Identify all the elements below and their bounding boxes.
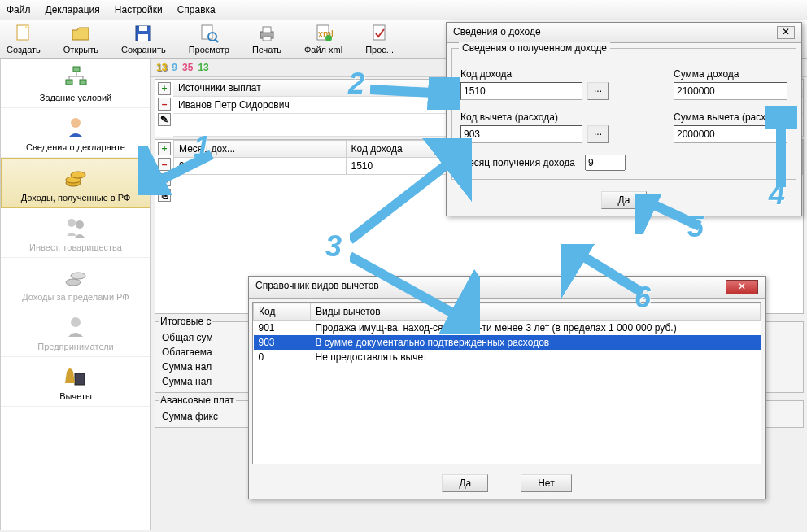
sidebar-item-invest[interactable]: Инвест. товарищества bbox=[1, 208, 150, 258]
ok-button[interactable]: Да bbox=[442, 474, 488, 492]
svg-point-25 bbox=[68, 219, 76, 227]
person-icon bbox=[63, 115, 88, 139]
check-label: Прос... bbox=[365, 45, 394, 55]
xml-button[interactable]: xml Файл xml bbox=[304, 24, 342, 55]
totals-legend: Итоговые с bbox=[159, 316, 212, 327]
save-button[interactable]: Сохранить bbox=[121, 24, 166, 55]
ded-code-label: Код вычета (расхода) bbox=[460, 111, 641, 123]
svg-point-12 bbox=[325, 35, 332, 41]
open-label: Открыть bbox=[63, 45, 98, 55]
preview-button[interactable]: Просмотр bbox=[189, 24, 229, 55]
new-file-icon bbox=[14, 24, 33, 43]
rate-9[interactable]: 9 bbox=[172, 62, 177, 73]
svg-rect-15 bbox=[66, 80, 72, 85]
svg-line-31 bbox=[146, 155, 212, 187]
deduction-code-input[interactable] bbox=[460, 125, 582, 143]
browse-deduction-button[interactable]: ... bbox=[587, 125, 609, 143]
sidebar-item-conditions[interactable]: Задание условий bbox=[1, 59, 150, 108]
deduction-ref-dialog: Справочник видов вычетов ✕ Код Виды выче… bbox=[248, 276, 766, 499]
list-item[interactable]: 903 В сумме документально подтвержденных… bbox=[254, 335, 761, 350]
ded-name-cell: В сумме документально подтвержденных рас… bbox=[311, 335, 761, 350]
svg-rect-3 bbox=[138, 34, 148, 41]
income-dialog-title: Сведения о доходе ✕ bbox=[447, 23, 801, 43]
svg-rect-8 bbox=[263, 27, 271, 33]
svg-point-29 bbox=[71, 317, 81, 327]
sidebar-ded-label: Вычеты bbox=[59, 391, 92, 401]
folder-open-icon bbox=[71, 24, 90, 43]
income-sum-input[interactable] bbox=[674, 82, 787, 100]
sidebar-cond-label: Задание условий bbox=[40, 93, 111, 102]
svg-point-28 bbox=[71, 273, 85, 279]
arrow-icon bbox=[561, 244, 651, 301]
xml-file-icon: xml bbox=[314, 24, 334, 43]
svg-line-34 bbox=[350, 256, 468, 321]
code-label: Код дохода bbox=[460, 68, 641, 80]
cancel-button[interactable]: Нет bbox=[521, 474, 571, 492]
coins-grey-icon bbox=[63, 264, 88, 289]
menubar: Файл Декларация Настройки Справка bbox=[0, 0, 807, 20]
business-icon bbox=[63, 314, 88, 338]
deduction-dialog-title: Справочник видов вычетов ✕ bbox=[249, 277, 765, 299]
annotation-2: 2 bbox=[348, 67, 364, 101]
sidebar: Задание условий Сведения о декларанте До… bbox=[0, 59, 151, 530]
open-button[interactable]: Открыть bbox=[63, 24, 98, 55]
deduction-list[interactable]: Код Виды вычетов 901 Продажа имущ-ва, на… bbox=[252, 302, 761, 464]
sources-tools: + – ✎ bbox=[155, 80, 173, 137]
sidebar-item-deductions[interactable]: Вычеты bbox=[1, 357, 150, 407]
menu-declaration[interactable]: Декларация bbox=[44, 2, 102, 18]
list-item[interactable]: 0 Не предоставлять вычет bbox=[254, 350, 761, 364]
sidebar-item-income-rf[interactable]: Доходы, полученные в РФ bbox=[1, 158, 150, 208]
browse-code-button[interactable]: ... bbox=[587, 82, 609, 100]
arrow-icon bbox=[370, 77, 460, 110]
svg-point-21 bbox=[71, 118, 81, 128]
sidebar-decl-label: Сведения о декларанте bbox=[26, 142, 125, 152]
check-button[interactable]: Прос... bbox=[365, 24, 394, 55]
month-label: Месяц получения дохода bbox=[460, 157, 575, 168]
sidebar-invest-label: Инвест. товарищества bbox=[29, 242, 122, 252]
magnify-doc-icon bbox=[199, 24, 219, 43]
menu-settings[interactable]: Настройки bbox=[113, 2, 164, 18]
rate-35[interactable]: 35 bbox=[182, 62, 193, 73]
arrow-icon bbox=[635, 194, 708, 234]
printer-icon bbox=[257, 24, 277, 43]
menu-file[interactable]: Файл bbox=[5, 2, 33, 18]
arrow-icon bbox=[350, 252, 480, 334]
arrow-icon bbox=[138, 146, 220, 195]
people-icon bbox=[63, 215, 88, 239]
income-dialog: Сведения о доходе ✕ Сведения о полученно… bbox=[446, 22, 802, 216]
sidebar-entr-label: Предприниматели bbox=[37, 342, 113, 351]
ded-code-cell: 901 bbox=[254, 321, 311, 336]
annotation-3: 3 bbox=[325, 229, 342, 264]
arrow-icon bbox=[350, 138, 472, 244]
rate-13[interactable]: 13 bbox=[156, 62, 167, 73]
sidebar-abroad-label: Доходы за пределами РФ bbox=[22, 292, 129, 302]
svg-rect-14 bbox=[73, 67, 80, 72]
add-source-button[interactable]: + bbox=[158, 82, 171, 95]
svg-line-36 bbox=[639, 198, 700, 226]
menu-help[interactable]: Справка bbox=[176, 2, 217, 18]
month-input[interactable] bbox=[585, 155, 626, 171]
check-doc-icon bbox=[370, 24, 390, 43]
list-item[interactable]: 901 Продажа имущ-ва, наход-ся в собст-ти… bbox=[254, 321, 761, 336]
sidebar-item-entrepreneur[interactable]: Предприниматели bbox=[1, 307, 150, 357]
remove-source-button[interactable]: – bbox=[158, 98, 171, 111]
create-button[interactable]: Создать bbox=[7, 24, 41, 55]
print-button[interactable]: Печать bbox=[252, 24, 281, 55]
svg-line-37 bbox=[569, 248, 643, 293]
sidebar-item-declarant[interactable]: Сведения о декларанте bbox=[1, 108, 150, 158]
income-code-input[interactable] bbox=[460, 82, 582, 100]
edit-source-button[interactable]: ✎ bbox=[158, 113, 171, 126]
ded-col-code[interactable]: Код bbox=[254, 303, 311, 321]
create-label: Создать bbox=[7, 45, 41, 55]
income-dialog-title-text: Сведения о доходе bbox=[453, 26, 541, 39]
close-icon[interactable]: ✕ bbox=[726, 280, 758, 294]
save-label: Сохранить bbox=[121, 45, 166, 55]
sidebar-item-income-abroad[interactable]: Доходы за пределами РФ bbox=[1, 258, 150, 307]
close-icon[interactable]: ✕ bbox=[777, 26, 795, 39]
svg-point-26 bbox=[76, 220, 84, 229]
rate-13b[interactable]: 13 bbox=[198, 62, 208, 73]
ded-code-cell: 903 bbox=[254, 335, 311, 350]
arrow-icon bbox=[765, 106, 797, 195]
xml-label: Файл xml bbox=[304, 45, 342, 55]
svg-rect-2 bbox=[139, 26, 147, 31]
